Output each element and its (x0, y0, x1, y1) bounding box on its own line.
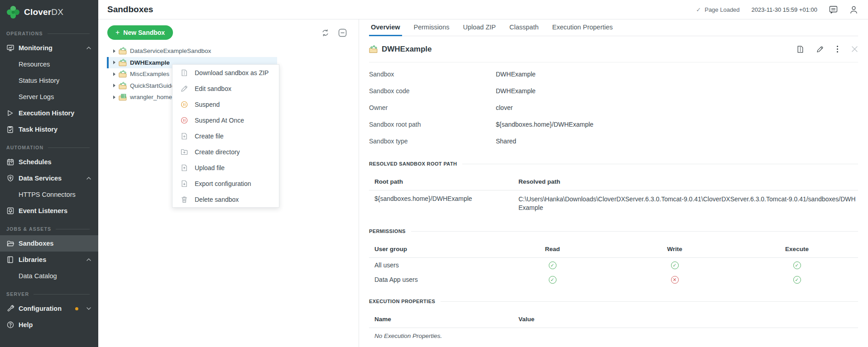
sandbox-folder-icon (369, 45, 378, 53)
sandbox-folder-icon (119, 70, 127, 78)
sidebar-item-schedules[interactable]: Schedules (0, 154, 98, 170)
column-write: Write (614, 246, 736, 252)
book-icon (6, 256, 14, 263)
top-header: Sandboxes ✓ Page Loaded 2023-11-30 15:59… (98, 0, 868, 19)
help-circle-icon (6, 321, 14, 328)
section-title: PERMISSIONS (369, 228, 406, 234)
sidebar-item-label: Sandboxes (19, 240, 53, 247)
caret-right-icon[interactable] (113, 49, 115, 53)
sandbox-name: DataServiceExampleSandbox (130, 48, 211, 54)
sidebar-item-help[interactable]: Help (0, 317, 98, 333)
field-value: DWHExample (496, 87, 536, 95)
menu-item-download-sandbox-zip[interactable]: Download sandbox as ZIP (173, 65, 279, 81)
field-value: clover (496, 104, 513, 111)
plus-icon: + (115, 29, 120, 36)
sandbox-detail-pane: Overview Permissions Upload ZIP Classpat… (359, 19, 868, 347)
app-window: CloverDX OPERATIONS Monitoring Resources… (0, 0, 868, 347)
no-execution-properties-note: No Execution Properties. (369, 328, 858, 339)
sidebar-item-libraries[interactable]: Libraries (0, 252, 98, 268)
sidebar-item-monitoring[interactable]: Monitoring (0, 40, 98, 56)
menu-item-edit-sandbox[interactable]: Edit sandbox (173, 81, 279, 96)
exec-props-table-header: Name Value (369, 316, 858, 328)
sidebar-group-operations: OPERATIONS (0, 27, 98, 40)
monitor-icon (6, 44, 14, 52)
sidebar-item-label: Task History (19, 126, 58, 133)
file-upload-icon (181, 164, 188, 171)
calendar-icon (6, 158, 14, 166)
section-permissions: PERMISSIONS (369, 227, 858, 236)
resolved-table-header: Root path Resolved path (369, 178, 858, 190)
menu-item-label: Delete sandbox (195, 196, 239, 203)
play-icon (6, 109, 14, 117)
menu-item-delete-sandbox[interactable]: Delete sandbox (173, 191, 279, 207)
section-title: RESOLVED SANDBOX ROOT PATH (369, 161, 457, 166)
sidebar-group-jobs-assets: JOBS & ASSETS (0, 223, 98, 235)
field-value: DWHExample (496, 71, 536, 78)
sandbox-context-menu: Download sandbox as ZIP Edit sandbox Sus… (172, 64, 279, 208)
chevron-up-icon (86, 258, 91, 261)
menu-item-label: Suspend (195, 101, 220, 108)
caret-right-icon[interactable] (113, 84, 115, 87)
field-value: Shared (496, 138, 516, 145)
page-status-label: Page Loaded (705, 6, 739, 13)
sidebar-item-label: Schedules (19, 158, 52, 166)
field-sandbox-type: Sandbox type Shared (369, 133, 858, 149)
field-label: Sandbox (369, 71, 496, 78)
sandbox-name: QuickStartGuide (130, 82, 175, 89)
user-account-icon[interactable] (849, 5, 858, 14)
sandbox-tree-pane: + New Sandbox (98, 19, 359, 347)
menu-item-create-file[interactable]: Create file (173, 128, 279, 144)
caret-right-icon[interactable] (113, 72, 115, 76)
sidebar-item-sandboxes[interactable]: Sandboxes (0, 235, 98, 252)
menu-item-export-configuration[interactable]: Export configuration (173, 176, 279, 191)
edit-pencil-icon[interactable] (816, 46, 824, 53)
folder-plus-icon (181, 148, 188, 156)
tab-classpath[interactable]: Classpath (508, 19, 540, 36)
column-value: Value (518, 316, 858, 323)
page-title: Sandboxes (107, 5, 153, 14)
sidebar-item-execution-history[interactable]: Execution History (0, 105, 98, 121)
detail-title: DWHExample (382, 45, 432, 54)
sidebar-item-configuration[interactable]: Configuration (0, 300, 98, 317)
tab-permissions[interactable]: Permissions (412, 19, 451, 36)
sidebar-item-task-history[interactable]: Task History (0, 121, 98, 138)
file-plus-icon (181, 133, 188, 140)
section-resolved-root-path: RESOLVED SANDBOX ROOT PATH (369, 159, 858, 168)
clipboard-check-icon (6, 126, 14, 133)
feedback-chat-icon[interactable] (829, 5, 838, 14)
sidebar-item-status-history[interactable]: Status History (0, 72, 98, 89)
sidebar-group-automation: AUTOMATION (0, 141, 98, 154)
field-owner: Owner clover (369, 99, 858, 116)
menu-item-label: Create file (195, 133, 224, 140)
sidebar-item-server-logs[interactable]: Server Logs (0, 89, 98, 105)
caret-right-icon[interactable] (113, 61, 115, 64)
tab-execution-properties[interactable]: Execution Properties (551, 19, 615, 36)
field-sandbox-root-path: Sandbox root path ${sandboxes.home}/DWHE… (369, 116, 858, 133)
close-icon[interactable] (851, 46, 858, 52)
refresh-icon[interactable] (321, 29, 329, 37)
sidebar-item-https-connectors[interactable]: HTTPS Connectors (0, 186, 98, 203)
menu-item-suspend[interactable]: Suspend (173, 96, 279, 112)
sidebar-item-data-services[interactable]: Data Services (0, 170, 98, 186)
collapse-all-icon[interactable] (338, 29, 347, 37)
sidebar-group-server: SERVER (0, 288, 98, 300)
menu-item-create-directory[interactable]: Create directory (173, 144, 279, 160)
menu-item-label: Suspend At Once (195, 117, 244, 124)
folder-open-icon (6, 240, 14, 247)
download-zip-icon[interactable] (796, 45, 804, 53)
tab-overview[interactable]: Overview (369, 19, 402, 36)
brand-name: CloverDX (24, 7, 63, 17)
sidebar-item-resources[interactable]: Resources (0, 56, 98, 72)
wrench-icon (6, 305, 14, 312)
kebab-menu-icon[interactable] (836, 45, 839, 54)
sidebar-item-event-listeners[interactable]: Event Listeners (0, 203, 98, 219)
sidebar-item-data-catalog[interactable]: Data Catalog (0, 268, 98, 284)
column-user-group: User group (369, 246, 491, 252)
tab-upload-zip[interactable]: Upload ZIP (461, 19, 498, 36)
new-sandbox-button[interactable]: + New Sandbox (107, 25, 173, 40)
permission-row-all-users: All users (369, 258, 858, 272)
menu-item-upload-file[interactable]: Upload file (173, 160, 279, 176)
caret-right-icon[interactable] (113, 95, 115, 99)
tree-row[interactable]: DataServiceExampleSandbox (98, 45, 359, 57)
menu-item-suspend-at-once[interactable]: Suspend At Once (173, 112, 279, 128)
